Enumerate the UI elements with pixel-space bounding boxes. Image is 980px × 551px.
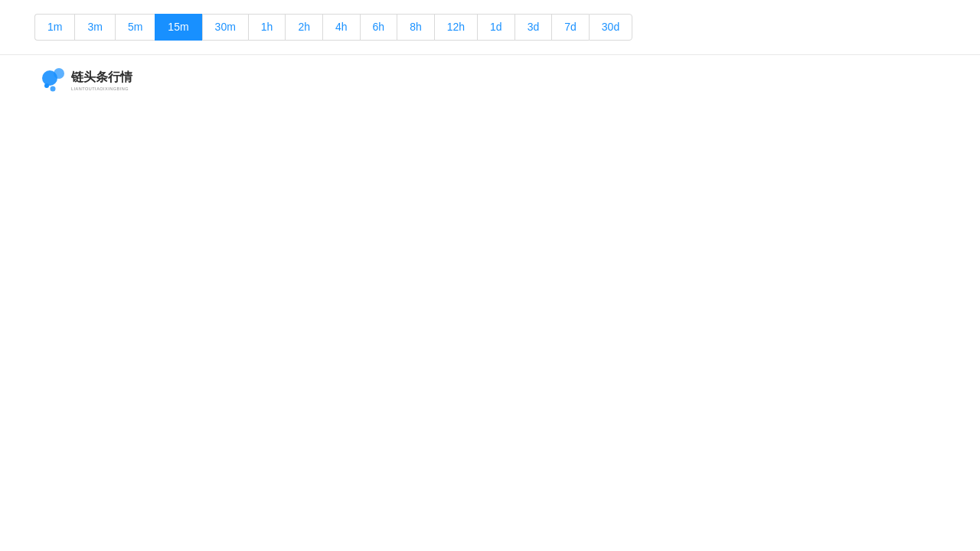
time-btn-30d[interactable]: 30d [589, 14, 632, 41]
time-btn-1d[interactable]: 1d [477, 14, 514, 41]
time-btn-4h[interactable]: 4h [322, 14, 360, 41]
svg-text:链头条行情: 链头条行情 [70, 70, 133, 83]
time-btn-8h[interactable]: 8h [397, 14, 434, 41]
time-btn-1h[interactable]: 1h [248, 14, 286, 41]
logo-area: 链头条行情 LIANTOUTIAOIXINGBING [0, 55, 980, 104]
time-btn-2h[interactable]: 2h [285, 14, 322, 41]
time-btn-6h[interactable]: 6h [360, 14, 397, 41]
top-toolbar: 1m3m5m15m30m1h2h4h6h8h12h1d3d7d30d [0, 0, 980, 55]
time-btn-3m[interactable]: 3m [74, 14, 114, 41]
time-btn-1m[interactable]: 1m [34, 14, 74, 41]
time-btn-5m[interactable]: 5m [115, 14, 155, 41]
time-btn-7d[interactable]: 7d [551, 14, 589, 41]
time-btn-15m[interactable]: 15m [155, 14, 201, 41]
time-btn-12h[interactable]: 12h [434, 14, 477, 41]
svg-point-1 [54, 68, 64, 79]
brand-logo: 链头条行情 LIANTOUTIAOIXINGBING [34, 64, 153, 95]
svg-point-2 [44, 83, 49, 88]
time-selector-group: 1m3m5m15m30m1h2h4h6h8h12h1d3d7d30d [34, 14, 632, 41]
svg-point-3 [51, 86, 56, 92]
time-btn-30m[interactable]: 30m [202, 14, 248, 41]
svg-text:LIANTOUTIAOIXINGBING: LIANTOUTIAOIXINGBING [71, 86, 129, 91]
time-btn-3d[interactable]: 3d [514, 14, 552, 41]
